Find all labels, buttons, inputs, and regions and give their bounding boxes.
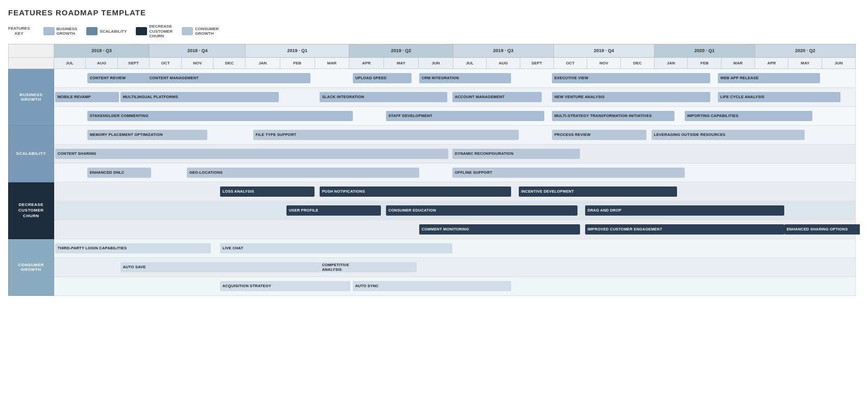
quarter-2019-q4: 2019 · Q4 — [553, 44, 654, 57]
scalability-row-3-content: ENHANCED DNLC GEO-LOCATIONS OFFLINE SUPP… — [54, 163, 855, 182]
month-dec: DEC — [213, 57, 246, 68]
business-row-2-content: MOBILE REVAMP MULTILINGUAL PLATFORMS SLA… — [54, 87, 855, 106]
feat-loss-analysis: LOSS ANALYSIS — [220, 186, 315, 197]
cat-label-scalability: SCALABILITY — [9, 125, 54, 182]
feat-auto-save: AUTO SAVE — [120, 262, 320, 272]
feat-improved-engagement: IMPROVED CUSTOMER ENGAGEMENT — [585, 224, 784, 235]
decrease-row-2: USER PROFILE CONSUMER EDUCATION DRAG AND… — [9, 201, 856, 220]
feat-live-chat: LIVE CHAT — [220, 243, 452, 253]
feat-new-venture-analysis: NEW VENTURE ANALYSIS — [552, 92, 710, 102]
month-header-row: JUL AUG SEPT OCT NOV DEC JAN FEB MAR APR… — [9, 57, 856, 68]
quarter-2019-q1: 2019 · Q1 — [246, 44, 349, 57]
consumer-row-3: ACQUISITION STRATEGY AUTO SYNC — [9, 276, 856, 295]
decrease-row-3-content: COMMENT MONITORING IMPROVED CUSTOMER ENG… — [54, 220, 855, 239]
feat-incentive-development: INCENTIVE DEVELOPMENT — [519, 186, 677, 197]
legend-box-consumer — [182, 27, 193, 35]
business-row-3: STAKEHOLDER COMMENTING STAFF DEVELOPMENT… — [9, 106, 856, 125]
month-nov2: NOV — [587, 57, 621, 68]
month-apr1: APR — [349, 57, 384, 68]
consumer-row-2-content: AUTO SAVE COMPETITIVEANALYSIS — [54, 258, 855, 276]
business-row-1-content: CONTENT REVIEW CONTENT MANAGEMENT UPLOAD… — [54, 68, 855, 87]
consumer-row-1-content: THIRD-PARTY LOGIN CAPABILITIES LIVE CHAT — [54, 239, 855, 258]
legend-label-decrease: DECREASECUSTOMERCHURN — [149, 24, 173, 39]
legend-box-scalability — [86, 27, 98, 35]
feat-content-management: CONTENT MANAGEMENT — [147, 73, 310, 83]
month-jan1: JAN — [246, 57, 280, 68]
month-aug: AUG — [86, 57, 118, 68]
roadmap-container: 2018 · Q3 2018 · Q4 2019 · Q1 2019 · Q2 … — [8, 44, 860, 296]
scalability-row-3: ENHANCED DNLC GEO-LOCATIONS OFFLINE SUPP… — [9, 163, 856, 182]
feat-importing-capabilities: IMPORTING CAPABILITIES — [685, 111, 812, 121]
feat-slack-integration: SLACK INTEGRATION — [320, 92, 447, 102]
legend-label-consumer: CONSUMERGROWTH — [195, 27, 219, 36]
scalability-row-1: SCALABILITY MEMORY PLACEMENT OPTIMIZATIO… — [9, 125, 856, 144]
month-nov: NOV — [181, 57, 213, 68]
scalability-row-2: CONTENT SHARING DYNAMIC RECONFIGURATION — [9, 144, 856, 163]
feat-multilingual-platforms: MULTILINGUAL PLATFORMS — [120, 92, 279, 102]
month-aug2: AUG — [487, 57, 520, 68]
legend-box-decrease — [136, 27, 147, 35]
feat-executive-view: EXECUTIVE VIEW — [552, 73, 710, 83]
feat-enhanced-sharing: ENHANCED SHARING OPTIONS — [784, 224, 860, 235]
feat-stakeholder-commenting: STAKEHOLDER COMMENTING — [87, 111, 353, 121]
quarter-2020-q1: 2020 · Q1 — [654, 44, 755, 57]
feat-web-app-release: WEB APP RELEASE — [718, 73, 820, 83]
quarter-2019-q3: 2019 · Q3 — [453, 44, 553, 57]
month-may2: MAY — [788, 57, 822, 68]
quarter-2019-q2: 2019 · Q2 — [349, 44, 453, 57]
feat-enhanced-dnlc: ENHANCED DNLC — [87, 168, 151, 178]
legend-business: BUSINESSGROWTH — [43, 27, 78, 36]
feat-crm-integration: CRM INTEGRATION — [419, 73, 511, 83]
decrease-row-1: DECREASECUSTOMERCHURN LOSS ANALYSIS PUSH… — [9, 182, 856, 201]
feat-staff-development: STAFF DEVELOPMENT — [386, 111, 544, 121]
month-may1: MAY — [384, 57, 419, 68]
feat-third-party-login: THIRD-PARTY LOGIN CAPABILITIES — [55, 243, 211, 253]
legend-label-business: BUSINESSGROWTH — [57, 27, 78, 36]
feat-acquisition-strategy: ACQUISITION STRATEGY — [220, 281, 350, 291]
month-jun1: JUN — [418, 57, 453, 68]
quarter-header-row: 2018 · Q3 2018 · Q4 2019 · Q1 2019 · Q2 … — [9, 44, 856, 57]
feat-consumer-education: CONSUMER EDUCATION — [386, 205, 577, 216]
feat-life-cycle-analysis: LIFE CYCLE ANALYSIS — [718, 92, 840, 102]
month-apr2: APR — [755, 57, 788, 68]
business-row-2: MOBILE REVAMP MULTILINGUAL PLATFORMS SLA… — [9, 87, 856, 106]
month-jul: JUL — [54, 57, 86, 68]
feat-multi-strategy: MULTI-STRATEGY TRANSFORMATION INITIATIVE… — [552, 111, 674, 121]
feat-auto-sync: AUTO SYNC — [353, 281, 511, 291]
month-dec2: DEC — [621, 57, 655, 68]
legend-decrease: DECREASECUSTOMERCHURN — [136, 24, 173, 39]
feat-dynamic-reconfig: DYNAMIC RECONFIGURATION — [452, 149, 580, 159]
consumer-row-3-content: ACQUISITION STRATEGY AUTO SYNC — [54, 276, 855, 295]
month-oct: OCT — [150, 57, 182, 68]
month-jun2: JUN — [822, 57, 856, 68]
cat-label-consumer: CONSUMERGROWTH — [9, 239, 54, 295]
legend: FEATURESKEY BUSINESSGROWTH SCALABILITY D… — [8, 24, 860, 39]
feat-upload-speed: UPLOAD SPEED — [353, 73, 412, 83]
scalability-row-1-content: MEMORY PLACEMENT OPTIMIZATION FILE TYPE … — [54, 125, 855, 144]
month-mar2: MAR — [721, 57, 755, 68]
feat-memory-placement: MEMORY PLACEMENT OPTIMIZATION — [87, 130, 207, 140]
consumer-row-1: CONSUMERGROWTH THIRD-PARTY LOGIN CAPABIL… — [9, 239, 856, 258]
feat-geo-locations: GEO-LOCATIONS — [187, 168, 419, 178]
month-feb2: FEB — [688, 57, 721, 68]
cat-label-business: BUSINESSGROWTH — [9, 68, 54, 125]
feat-push-notifications: PUSH NOTIFICATIONS — [320, 186, 511, 197]
consumer-row-2: AUTO SAVE COMPETITIVEANALYSIS — [9, 258, 856, 276]
legend-scalability: SCALABILITY — [86, 27, 127, 35]
decrease-row-3: COMMENT MONITORING IMPROVED CUSTOMER ENG… — [9, 220, 856, 239]
month-oct2: OCT — [553, 57, 587, 68]
business-row-3-content: STAKEHOLDER COMMENTING STAFF DEVELOPMENT… — [54, 106, 855, 125]
decrease-row-2-content: USER PROFILE CONSUMER EDUCATION DRAG AND… — [54, 201, 855, 220]
month-jul2: JUL — [453, 57, 487, 68]
quarter-2018-q4: 2018 · Q4 — [150, 44, 246, 57]
feat-content-sharing: CONTENT SHARING — [55, 149, 448, 159]
month-sept2: SEPT — [520, 57, 553, 68]
feat-mobile-revamp: MOBILE REVAMP — [55, 92, 119, 102]
features-key-label: FEATURESKEY — [8, 26, 30, 37]
decrease-row-1-content: LOSS ANALYSIS PUSH NOTIFICATIONS INCENTI… — [54, 182, 855, 201]
legend-box-business — [43, 27, 55, 35]
cat-label-decrease: DECREASECUSTOMERCHURN — [9, 182, 54, 239]
feat-user-profile: USER PROFILE — [286, 205, 381, 216]
quarter-2018-q3: 2018 · Q3 — [54, 44, 150, 57]
feat-competitive-analysis: COMPETITIVEANALYSIS — [320, 262, 417, 272]
